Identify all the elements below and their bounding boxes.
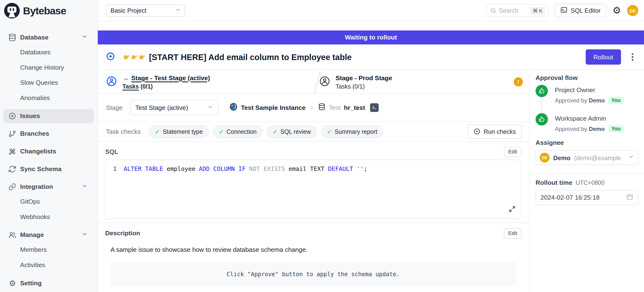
- users-icon: [8, 231, 16, 239]
- sidebar-item-members[interactable]: Members: [0, 242, 97, 257]
- sidebar-item-label: Database: [20, 34, 48, 41]
- sidebar-item-setting[interactable]: ⚙ Setting: [0, 276, 97, 290]
- stage-prod-cell[interactable]: Stage - Prod Stage Tasks (0/1): [319, 70, 392, 94]
- stage-select-value: Test Stage (active): [136, 104, 188, 111]
- chevron-down-icon: [82, 34, 88, 41]
- stage-select[interactable]: Test Stage (active): [130, 100, 218, 115]
- sidebar-item-issues[interactable]: Issues: [3, 109, 94, 123]
- stage-tasks-link[interactable]: Tasks (0/1): [122, 83, 210, 89]
- timezone-label: UTC+0800: [576, 180, 604, 186]
- check-pill-statement-type[interactable]: ✓ Statement type: [149, 125, 208, 138]
- sidebar-item-label: Manage: [20, 231, 44, 239]
- instance-link[interactable]: Test Sample Instance: [241, 104, 306, 111]
- step-connector: [541, 98, 542, 112]
- approval-status: Approved by Demo You: [555, 125, 624, 132]
- environment-label: Test: [329, 104, 341, 111]
- rollout-button[interactable]: Rollout: [586, 49, 621, 65]
- stage-person-icon: [319, 76, 330, 88]
- issue-detail-column: →Stage - Test Stage (active) Tasks (0/1)…: [98, 70, 529, 292]
- postgresql-icon: [229, 102, 238, 113]
- assignee-heading: Assignee: [536, 139, 638, 147]
- check-icon: ✓: [327, 128, 332, 135]
- approval-role: Project Owner: [555, 86, 624, 94]
- active-arrow-icon: →: [122, 74, 129, 81]
- task-checks-label: Task checks: [106, 128, 141, 135]
- sidebar-item-activities[interactable]: Activities: [0, 257, 97, 273]
- sidebar-item-label: Setting: [20, 279, 42, 287]
- database-breadcrumb: Test Sample Instance › Test hr_test: [229, 102, 379, 113]
- assignee-select[interactable]: DE Demo (demo@example: [536, 150, 638, 165]
- stage-strip: →Stage - Test Stage (active) Tasks (0/1)…: [98, 70, 529, 94]
- open-sql-editor-icon[interactable]: [370, 103, 378, 112]
- user-avatar[interactable]: DE: [627, 5, 638, 16]
- kebab-menu-icon[interactable]: [628, 53, 636, 61]
- sql-editor[interactable]: 1ALTER TABLE employee ADD COLUMN IF NOT …: [105, 160, 521, 219]
- sidebar-item-integration[interactable]: Integration: [0, 180, 97, 194]
- assignee-email: (demo@example: [574, 154, 625, 161]
- issue-sidebar-panel: Approval flow Project Owner Approv: [529, 70, 644, 292]
- description-text: A sample issue to showcase how to review…: [110, 246, 521, 253]
- database-icon: [318, 103, 326, 112]
- database-link[interactable]: hr_test: [344, 104, 365, 111]
- assignee-avatar: DE: [540, 153, 550, 163]
- sql-heading: SQL: [105, 148, 118, 156]
- sidebar-item-changelists[interactable]: Changelists: [0, 144, 97, 159]
- chevron-down-icon: [82, 231, 88, 239]
- check-pill-summary-report[interactable]: ✓ Summary report: [321, 125, 383, 138]
- description-edit-button[interactable]: Edit: [504, 228, 521, 238]
- sidebar-item-anomalies[interactable]: Anomalies: [0, 90, 97, 105]
- chevron-down-icon: [628, 154, 634, 161]
- rollout-time-input[interactable]: 2024-02-07 16:25:18: [536, 190, 638, 205]
- sync-refresh-icon: [8, 165, 16, 173]
- expand-fullscreen-icon[interactable]: [509, 206, 516, 214]
- sidebar-item-gitops[interactable]: GitOps: [0, 194, 97, 209]
- git-branch-icon: [8, 130, 16, 138]
- approval-step: Project Owner Approved by Demo You: [536, 85, 638, 113]
- project-select-value: Basic Project: [110, 7, 147, 14]
- sidebar-item-slow-queries[interactable]: Slow Queries: [0, 75, 97, 90]
- circle-dot-icon: [8, 112, 16, 120]
- search-input[interactable]: Search ⌘ K: [486, 4, 548, 17]
- database-icon: [8, 33, 16, 41]
- topbar: Basic Project Search ⌘ K SQL Editor ⚙: [98, 0, 644, 21]
- pointing-hand-icons: ☛☛☛: [123, 52, 147, 62]
- brand-logo[interactable]: Bytebase: [0, 0, 97, 21]
- settings-gear-icon[interactable]: ⚙: [612, 6, 621, 15]
- chevron-down-icon: [82, 183, 88, 191]
- calendar-icon[interactable]: [626, 193, 633, 202]
- stage-test-cell[interactable]: →Stage - Test Stage (active) Tasks (0/1): [106, 70, 210, 94]
- you-badge: You: [608, 125, 624, 132]
- link-icon: [8, 183, 16, 191]
- stage-name: →Stage - Test Stage (active): [122, 74, 210, 82]
- sidebar-item-branches[interactable]: Branches: [0, 127, 97, 141]
- terminal-icon: [560, 6, 567, 15]
- sql-editor-button[interactable]: SQL Editor: [554, 4, 606, 17]
- sidebar-item-label: Changelists: [20, 148, 56, 155]
- approval-step: Workspace Admin Approved by Demo You: [536, 113, 638, 132]
- sidebar-item-sync-schema[interactable]: Sync Schema: [0, 162, 97, 176]
- gear-icon: ⚙: [8, 279, 16, 287]
- you-badge: You: [608, 97, 624, 104]
- description-heading: Description: [105, 230, 140, 237]
- assignee-name: Demo: [553, 154, 570, 161]
- sql-edit-button[interactable]: Edit: [504, 147, 521, 157]
- description-code-note: Click "Approve" button to apply the sche…: [110, 262, 516, 286]
- panel-divider: [530, 174, 644, 174]
- approval-steps: Project Owner Approved by Demo You: [536, 85, 638, 132]
- sql-section: SQL Edit 1ALTER TABLE employee ADD COLUM…: [98, 141, 529, 219]
- approved-thumbs-up-icon: [536, 85, 548, 97]
- warning-icon: !: [514, 77, 523, 86]
- project-select[interactable]: Basic Project: [106, 4, 185, 17]
- check-pill-sql-review[interactable]: ✓ SQL review: [267, 125, 316, 138]
- sidebar-item-databases[interactable]: Databases: [0, 45, 97, 60]
- sidebar-item-label: Sync Schema: [20, 165, 62, 173]
- status-banner: Waiting to rollout: [98, 30, 644, 44]
- check-pill-connection[interactable]: ✓ Connection: [213, 125, 262, 138]
- sidebar-item-change-history[interactable]: Change History: [0, 60, 97, 75]
- sidebar-item-manage[interactable]: Manage: [0, 228, 97, 242]
- run-checks-button[interactable]: Run checks: [468, 124, 522, 138]
- sidebar-item-webhooks[interactable]: Webhooks: [0, 209, 97, 224]
- stage-tasks-link[interactable]: Tasks (0/1): [336, 83, 392, 89]
- approval-flow-heading: Approval flow: [536, 74, 638, 81]
- sidebar-item-database[interactable]: Database: [0, 30, 97, 44]
